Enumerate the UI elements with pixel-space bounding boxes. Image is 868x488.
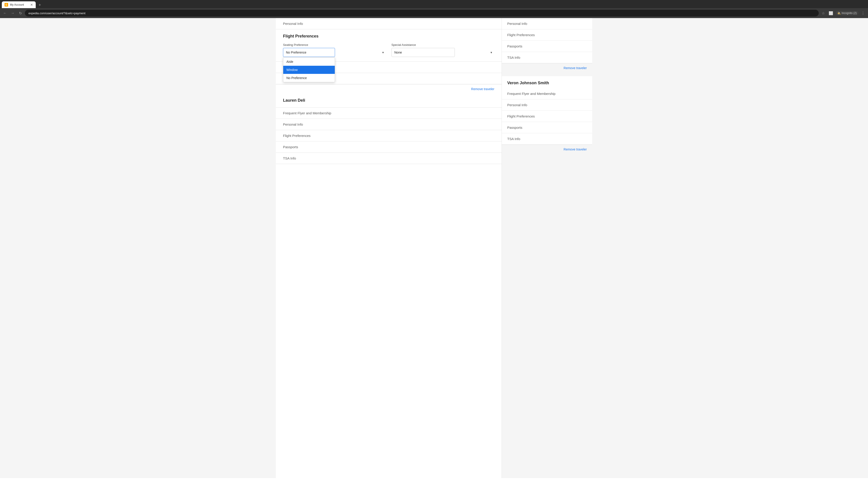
seating-dropdown-overlay: Aisle Window No Preference xyxy=(283,57,335,82)
preferences-row: Seating Preference No Preference Aisle W… xyxy=(283,43,494,57)
veron-flight-prefs-nav[interactable]: Flight Preferences xyxy=(502,111,592,122)
incognito-icon: 🕵 xyxy=(837,11,841,15)
address-bar-row: ← → ↻ ☆ ⬜ 🕵 Incognito (2) ⋮ xyxy=(0,8,868,18)
back-button[interactable]: ← xyxy=(2,10,8,16)
left-panel: Personal Info Flight Preferences Seating… xyxy=(276,18,502,478)
tab-bar: E My Account ✕ + xyxy=(0,0,868,8)
right-personal-info-nav[interactable]: Personal Info xyxy=(502,18,592,29)
select-arrow-icon: ▾ xyxy=(382,51,384,54)
first-traveler-right-group: Personal Info Flight Preferences Passpor… xyxy=(502,18,592,72)
active-tab[interactable]: E My Account ✕ xyxy=(2,1,36,8)
right-tsa-nav[interactable]: TSA Info xyxy=(502,52,592,63)
veron-remove-traveler-button[interactable]: Remove traveler xyxy=(502,144,592,154)
veron-passports-nav[interactable]: Passports xyxy=(502,122,592,133)
seating-pref-label: Seating Preference xyxy=(283,43,386,46)
personal-info-nav[interactable]: Personal Info xyxy=(276,18,502,29)
special-assistance-label: Special Assistance xyxy=(392,43,495,46)
address-bar[interactable] xyxy=(25,10,819,17)
flight-preferences-section: Flight Preferences Seating Preference No… xyxy=(276,29,502,62)
right-passports-nav[interactable]: Passports xyxy=(502,41,592,52)
lauren-deli-section: Lauren Deli xyxy=(276,94,502,107)
flight-prefs-title: Flight Preferences xyxy=(283,34,494,39)
special-assistance-group: Special Assistance None ▾ xyxy=(392,43,495,57)
new-tab-button[interactable]: + xyxy=(37,2,43,8)
tab-close-button[interactable]: ✕ xyxy=(30,3,33,6)
bookmark-icon[interactable]: ☆ xyxy=(820,10,827,16)
incognito-label: Incognito (2) xyxy=(842,11,857,15)
seating-preference-select[interactable]: No Preference Aisle Window xyxy=(283,48,335,57)
page-content: Personal Info Flight Preferences Seating… xyxy=(0,18,868,478)
seating-select-wrapper: No Preference Aisle Window ▾ Aisle Windo… xyxy=(283,48,386,57)
tab-title: My Account xyxy=(10,3,24,6)
right-panel: Personal Info Flight Preferences Passpor… xyxy=(502,18,592,478)
lauren-flight-prefs-nav[interactable]: Flight Preferences xyxy=(276,130,502,141)
forward-button[interactable]: → xyxy=(9,10,16,16)
menu-icon[interactable]: ⋮ xyxy=(860,10,866,16)
lauren-frequent-flyer-nav[interactable]: Frequent Flyer and Membership xyxy=(276,107,502,119)
lauren-tsa-nav[interactable]: TSA Info xyxy=(276,153,502,164)
dropdown-option-no-preference[interactable]: No Preference xyxy=(283,74,335,82)
panel-gap xyxy=(502,74,592,76)
dropdown-option-window[interactable]: Window xyxy=(283,66,335,74)
remove-traveler-button[interactable]: Remove traveler xyxy=(276,84,502,94)
seating-preference-group: Seating Preference No Preference Aisle W… xyxy=(283,43,386,57)
right-remove-traveler-button[interactable]: Remove traveler xyxy=(502,63,592,72)
url-input[interactable] xyxy=(29,11,815,15)
veron-frequent-flyer-nav[interactable]: Frequent Flyer and Membership xyxy=(502,88,592,99)
special-assistance-select[interactable]: None xyxy=(392,48,455,57)
tab-favicon: E xyxy=(4,3,8,6)
reload-button[interactable]: ↻ xyxy=(17,10,24,16)
veron-personal-info-nav[interactable]: Personal Info xyxy=(502,99,592,111)
special-assistance-arrow-icon: ▾ xyxy=(491,51,492,54)
lauren-personal-info-nav[interactable]: Personal Info xyxy=(276,119,502,130)
lauren-deli-name: Lauren Deli xyxy=(283,98,494,103)
split-view-icon[interactable]: ⬜ xyxy=(828,10,834,16)
veron-traveler-header: Veron Johnson Smith xyxy=(502,76,592,88)
right-flight-prefs-nav[interactable]: Flight Preferences xyxy=(502,29,592,41)
two-col-layout: Personal Info Flight Preferences Seating… xyxy=(276,18,592,478)
incognito-badge: 🕵 Incognito (2) xyxy=(835,11,859,15)
veron-right-group: Frequent Flyer and Membership Personal I… xyxy=(502,88,592,154)
special-assistance-select-wrapper: None ▾ xyxy=(392,48,495,57)
veron-name: Veron Johnson Smith xyxy=(507,80,549,85)
dropdown-option-aisle[interactable]: Aisle xyxy=(283,58,335,66)
veron-tsa-nav[interactable]: TSA Info xyxy=(502,133,592,144)
lauren-passports-nav[interactable]: Passports xyxy=(276,141,502,153)
